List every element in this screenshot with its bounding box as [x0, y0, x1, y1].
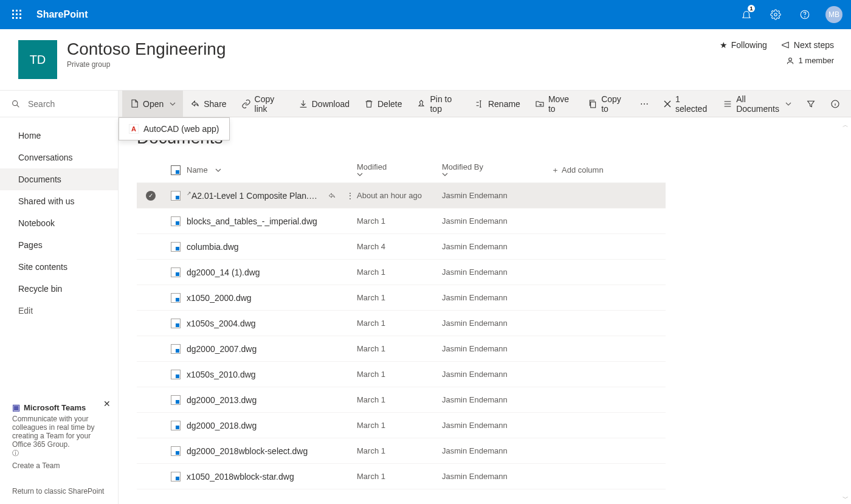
table-row[interactable]: dg2000_2018wblock-select.dwgMarch 1Jasmi… [137, 438, 666, 464]
selection-count-label: 1 selected [675, 94, 708, 114]
chevron-down-icon [215, 167, 221, 173]
nav-item-documents[interactable]: Documents [0, 168, 118, 190]
file-name: dg2000_2013.dwg [187, 395, 257, 405]
table-row[interactable]: x1050s_2010.dwgMarch 1Jasmin Endemann [137, 362, 666, 387]
table-row[interactable]: dg2000_2018.dwgMarch 1Jasmin Endemann [137, 413, 666, 438]
open-button[interactable]: Open [122, 91, 183, 117]
modified-cell: March 1 [357, 370, 442, 379]
create-team-link[interactable]: Create a Team [12, 461, 60, 470]
row-select[interactable] [146, 216, 156, 226]
row-more-icon[interactable]: ⋮ [343, 191, 357, 201]
table-row[interactable]: ↗A2.01-Level 1 Composite Plan.d…⋮About a… [137, 183, 666, 209]
row-select[interactable] [146, 370, 156, 379]
modified-header[interactable]: Modified [357, 162, 442, 178]
download-button[interactable]: Download [291, 91, 357, 117]
nav-item-shared-with-us[interactable]: Shared with us [0, 190, 118, 212]
move-to-button[interactable]: Move to [528, 91, 581, 117]
share-icon [190, 99, 200, 109]
row-select[interactable] [146, 293, 156, 303]
overflow-button[interactable]: ⋯ [633, 91, 656, 117]
pin-button[interactable]: Pin to top [409, 91, 467, 117]
view-menu-button[interactable]: All Documents [715, 91, 799, 117]
table-row[interactable]: dg2000_2007.dwgMarch 1Jasmin Endemann [137, 336, 666, 362]
modified-by-cell: Jasmin Endemann [442, 242, 551, 251]
copy-to-button[interactable]: Copy to [581, 91, 633, 117]
rename-button[interactable]: Rename [467, 91, 528, 117]
delete-button[interactable]: Delete [357, 91, 409, 117]
notifications-button[interactable]: 1 [732, 0, 761, 29]
row-select[interactable] [146, 268, 156, 277]
site-title[interactable]: Contoso Engineering [67, 40, 226, 59]
search-box[interactable] [0, 91, 118, 117]
row-select[interactable] [146, 191, 156, 201]
row-select[interactable] [146, 472, 156, 482]
page-title: Documents [137, 128, 833, 148]
table-row[interactable]: x1050_2018wblock-star.dwgMarch 1Jasmin E… [137, 464, 666, 489]
nav-item-notebook[interactable]: Notebook [0, 212, 118, 234]
info-icon[interactable]: ⓘ [12, 449, 19, 457]
svg-rect-8 [19, 17, 21, 19]
row-select[interactable] [146, 421, 156, 430]
modified-by-header[interactable]: Modified By [442, 162, 551, 178]
copy-icon [588, 99, 598, 109]
row-select[interactable] [146, 242, 156, 252]
move-to-label: Move to [548, 94, 573, 114]
scrollbar[interactable]: ︿﹀ [841, 121, 850, 503]
nav-item-conversations[interactable]: Conversations [0, 147, 118, 168]
nav-item-edit[interactable]: Edit [0, 300, 118, 322]
file-name: x1050_2018wblock-star.dwg [187, 472, 294, 482]
settings-button[interactable] [761, 0, 790, 29]
chevron-down-icon [442, 171, 551, 178]
row-select[interactable] [146, 446, 156, 456]
modified-cell: March 1 [357, 293, 442, 302]
name-header[interactable]: Name [187, 165, 357, 174]
table-row[interactable]: dg2000_2013.dwgMarch 1Jasmin Endemann [137, 387, 666, 413]
details-button[interactable] [823, 91, 847, 117]
file-name: ↗A2.01-Level 1 Composite Plan.d… [187, 190, 320, 201]
brand-label[interactable]: SharePoint [32, 9, 92, 20]
row-select[interactable] [146, 344, 156, 354]
promo-close-button[interactable]: ✕ [103, 399, 111, 409]
table-row[interactable]: blocks_and_tables_-_imperial.dwgMarch 1J… [137, 209, 666, 234]
table-row[interactable]: dg2000_14 (1).dwgMarch 1Jasmin Endemann [137, 260, 666, 285]
file-name: dg2000_2018.dwg [187, 421, 257, 430]
clear-icon [663, 99, 672, 109]
chevron-down-icon [785, 101, 791, 107]
return-classic-link[interactable]: Return to classic SharePoint [0, 478, 118, 504]
filter-button[interactable] [799, 91, 823, 117]
modified-cell: March 1 [357, 446, 442, 455]
rename-icon [475, 99, 484, 109]
type-header[interactable] [165, 165, 187, 175]
svg-rect-3 [12, 13, 14, 15]
modified-by-cell: Jasmin Endemann [442, 344, 551, 353]
share-button[interactable]: Share [183, 91, 233, 117]
svg-rect-0 [12, 10, 14, 12]
row-select[interactable] [146, 319, 156, 328]
account-button[interactable]: MB [819, 0, 849, 29]
nav-item-pages[interactable]: Pages [0, 234, 118, 256]
help-button[interactable] [790, 0, 819, 29]
modified-cell: March 1 [357, 268, 442, 277]
table-row[interactable]: x1050s_2004.dwgMarch 1Jasmin Endemann [137, 311, 666, 336]
documents-table: Name Modified Modified By ＋Add column ↗A… [137, 157, 666, 489]
nav-item-site-contents[interactable]: Site contents [0, 256, 118, 278]
next-steps-button[interactable]: Next steps [780, 40, 834, 50]
clear-selection-button[interactable]: 1 selected [656, 91, 715, 117]
nav-item-recycle-bin[interactable]: Recycle bin [0, 278, 118, 300]
app-launcher-button[interactable] [2, 0, 32, 29]
following-button[interactable]: ★ Following [720, 40, 767, 50]
members-button[interactable]: 1 member [786, 56, 834, 65]
modified-by-cell: Jasmin Endemann [442, 421, 551, 430]
copy-link-button[interactable]: Copy link [234, 91, 291, 117]
row-select[interactable] [146, 395, 156, 405]
nav-item-home[interactable]: Home [0, 125, 118, 147]
site-logo[interactable]: TD [18, 40, 57, 79]
open-autocad-item[interactable]: A AutoCAD (web app) [119, 118, 229, 140]
share-icon[interactable] [325, 192, 339, 200]
table-row[interactable]: columbia.dwgMarch 4Jasmin Endemann [137, 234, 666, 260]
suite-bar: SharePoint 1 MB [0, 0, 851, 29]
command-bar: Open Share Copy link Download Delete [119, 91, 851, 117]
add-column-button[interactable]: ＋Add column [551, 165, 636, 176]
table-row[interactable]: x1050_2000.dwgMarch 1Jasmin Endemann [137, 285, 666, 311]
link-icon [241, 99, 251, 109]
